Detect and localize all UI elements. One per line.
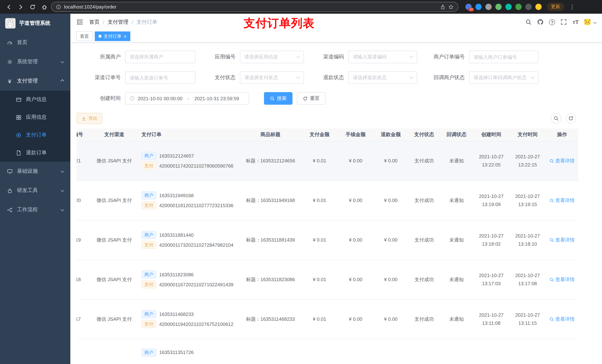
col-header-refund: 退款金额 — [373, 128, 408, 141]
sidebar-item-app-info[interactable]: 应用信息 — [0, 108, 70, 126]
bookmark-star-icon[interactable] — [448, 4, 453, 10]
cell-amount: ¥ 0.01 — [301, 180, 338, 220]
view-detail-link[interactable]: 查看详情 — [549, 157, 575, 164]
view-detail-link[interactable]: 查看详情 — [549, 237, 575, 243]
sidebar-item-refund-order[interactable]: 退款订单 — [0, 144, 70, 162]
sidebar-item-workflow[interactable]: 工作流程 — [0, 200, 70, 219]
chevron-down-icon[interactable] — [593, 21, 597, 24]
extension-icon[interactable] — [495, 4, 502, 10]
search-toggle-button[interactable] — [551, 113, 561, 124]
date-range-input[interactable]: 2021-10-01 00:00:00 - 2021-10-31 23:59:5… — [125, 92, 249, 105]
field-label: 渠道编码 — [314, 54, 344, 60]
search-icon — [549, 198, 554, 203]
browser-update-button[interactable]: 更新 — [547, 3, 564, 11]
cell-amount: ¥ 0.01 — [301, 141, 338, 180]
cell-fee: ¥ 0.00 — [338, 260, 373, 299]
sidebar-fold-icon[interactable] — [76, 19, 83, 26]
avatar[interactable] — [584, 19, 591, 25]
lock-icon — [7, 187, 13, 193]
notify-status-select[interactable]: 请选择订单回调商户状态 — [469, 71, 538, 84]
fullscreen-icon[interactable] — [561, 19, 567, 25]
browser-profile-avatar[interactable] — [535, 4, 542, 10]
sidebar: 芋道管理系统 首页 系统管理 ¥ 支付管理 商户信息 应用信息 — [0, 14, 70, 364]
sidebar-item-system[interactable]: 系统管理 — [0, 52, 70, 71]
view-detail-link[interactable]: 查看详情 — [549, 276, 575, 283]
extension-icon[interactable] — [505, 4, 512, 10]
reload-button[interactable] — [27, 2, 37, 12]
extension-icon[interactable] — [515, 4, 522, 10]
date-end: 2021-10-31 23:59:59 — [194, 96, 239, 101]
browser-menu-icon[interactable]: ⋮ — [568, 3, 576, 10]
close-icon[interactable]: × — [124, 34, 127, 39]
extension-icon[interactable]: 10 — [465, 4, 472, 10]
app-select[interactable]: 请选择应用信息 — [240, 51, 304, 63]
sidebar-item-label: 商户信息 — [26, 96, 47, 103]
field-label: 商户订单编号 — [428, 54, 465, 60]
app-logo[interactable]: 芋道管理系统 — [0, 14, 70, 33]
pay-order-no: 4200001174202110278060590766 — [159, 163, 233, 168]
sidebar-item-label: 系统管理 — [17, 58, 38, 65]
sidebar-item-pay[interactable]: ¥ 支付管理 — [0, 71, 70, 91]
address-bar[interactable]: localhost:1024/pay/order — [51, 2, 458, 12]
search-button[interactable]: 搜索 — [264, 92, 292, 105]
col-header-id: 编号 — [77, 128, 89, 141]
breadcrumb-item[interactable]: 支付管理 — [108, 19, 129, 25]
refund-status-select[interactable]: 请选择退款状态 — [348, 71, 417, 84]
table-toolbar: 导出 — [70, 113, 602, 124]
back-button[interactable] — [4, 2, 14, 12]
merchant-select[interactable]: 请选择所属商户 — [125, 51, 195, 63]
sidebar-item-label: 支付订单 — [26, 132, 47, 138]
col-header-channel: 支付渠道 — [89, 128, 139, 141]
extension-icon[interactable] — [485, 4, 492, 10]
github-icon[interactable] — [538, 19, 544, 25]
cell-pay-time: 2021-10-2713:17:08 — [509, 260, 546, 299]
date-separator: - — [185, 96, 191, 101]
cell-title: 标题：1635311468233 — [240, 299, 301, 339]
export-button[interactable]: 导出 — [77, 113, 102, 124]
share-icon[interactable] — [440, 4, 445, 10]
cell-title: 标题：1635311881439 — [240, 220, 301, 260]
view-detail-link[interactable]: 查看详情 — [549, 197, 575, 204]
sidebar-item-home[interactable]: 首页 — [0, 33, 70, 52]
reset-button[interactable]: 重置 — [297, 92, 325, 105]
merchant-order-no: 1635311351726 — [159, 350, 194, 355]
sidebar-item-merchant-info[interactable]: 商户信息 — [0, 91, 70, 108]
breadcrumb-item[interactable]: 首页 — [89, 19, 100, 25]
pay-tag: 支付 — [141, 241, 156, 249]
view-detail-link[interactable]: 查看详情 — [549, 316, 575, 322]
active-dot — [98, 35, 101, 38]
forward-button[interactable] — [16, 2, 26, 12]
tab-home[interactable]: 首页 — [76, 31, 93, 41]
extension-icon[interactable] — [525, 4, 532, 10]
cell-fee: ¥ 0.00 — [338, 141, 373, 180]
site-info-icon[interactable] — [56, 4, 61, 10]
merchant-order-no-input[interactable] — [473, 54, 534, 60]
merchant-order-no: 1635311949168 — [159, 193, 194, 198]
target-icon — [16, 132, 22, 138]
cell-actions: 查看详情 — [546, 220, 578, 260]
home-button[interactable] — [39, 2, 49, 12]
search-icon — [553, 116, 559, 121]
cell-order: 商户1635311823086 支付4200001167202110271022… — [139, 260, 240, 299]
field-merchant: 所属商户 请选择所属商户 — [84, 51, 195, 63]
field-pay-status: 支付状态 请选择支付状态 — [206, 71, 304, 84]
sidebar-item-dev-tools[interactable]: 研发工具 — [0, 181, 70, 200]
sidebar-item-pay-order[interactable]: 支付订单 — [0, 126, 70, 144]
tab-pay-order[interactable]: 支付订单 × — [95, 31, 130, 41]
cell-refund: ¥ 0.00 — [373, 141, 408, 180]
extension-icon[interactable] — [475, 4, 482, 10]
col-header-actions: 操作 — [546, 128, 578, 141]
channel-order-no-input[interactable] — [129, 75, 191, 81]
cell-channel — [89, 339, 139, 364]
font-size-icon[interactable]: тT — [573, 19, 579, 25]
chevron-down-icon — [61, 169, 64, 173]
refresh-button[interactable] — [566, 113, 576, 124]
sidebar-item-infra[interactable]: 基础设施 — [0, 162, 70, 181]
cell-order: 商户1635311881440 支付4200001173202110272847… — [139, 220, 240, 260]
search-icon — [270, 96, 275, 101]
pay-status-select[interactable]: 请选择支付状态 — [240, 71, 304, 84]
help-icon[interactable]: ? — [549, 19, 555, 25]
search-icon[interactable] — [526, 19, 532, 25]
channel-code-select[interactable]: 请输入渠道编码 — [348, 51, 417, 63]
cell-refund: ¥ 0.00 — [373, 220, 408, 260]
